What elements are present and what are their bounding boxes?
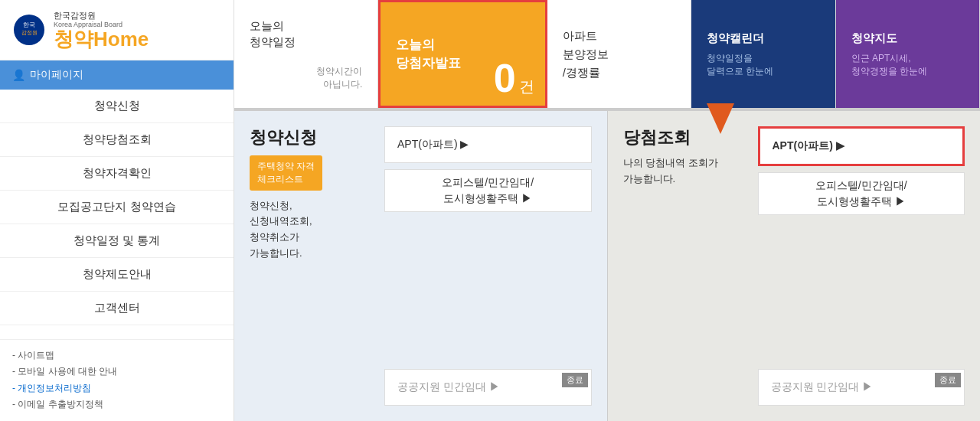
svg-text:감정원: 감정원 [21,30,38,36]
sidebar-item-subscription-check[interactable]: 청약당첨조회 [0,123,234,157]
logo-home: 청약Home [54,29,149,49]
sidebar-item-customer-center[interactable]: 고객센터 [0,292,234,325]
panel-subscription-title: 청약신청 [250,126,372,149]
sidebar-item-subscription-schedule[interactable]: 청약일정 및 통계 [0,224,234,258]
calendar-title: 청약캘린더 [707,30,764,46]
panel-winner-desc: 나의 당첨내역 조회가가능합니다. [623,155,746,188]
panel-subscription: 청약신청 주택청약 자격체크리스트 청약신청,신청내역조회,청약취소가가능합니다… [234,111,608,421]
panel-winner-check: 당첨조회 나의 당첨내역 조회가가능합니다. APT(아파트) ▶ 오피스텔/민… [608,111,981,421]
top-row: 오늘의 청약일정 청약시간이아닙니다. 오늘의당첨자발표 0 건 아파트분양정보… [234,0,980,111]
top-card-calendar[interactable]: 청약캘린더 청약일정을달력으로 한눈에 [691,0,835,108]
map-title: 청약지도 [851,30,897,46]
sidebar-footer: - 사이트맵 - 모바일 사용에 대한 안내 - 개인정보처리방침 - 이메일 … [0,339,234,421]
top-card-today-schedule[interactable]: 오늘의 청약일정 청약시간이아닙니다. [234,0,378,108]
panel-winner-menu: APT(아파트) ▶ 오피스텔/민간임대/도시형생활주택 ▶ 공공지원 민간임대… [758,126,965,406]
footer-sitemap[interactable]: - 사이트맵 [12,348,221,364]
apt-info-title: 아파트분양정보/경쟁률 [563,27,609,82]
panel-subscription-desc: 청약신청,신청내역조회,청약취소가가능합니다. [250,198,372,262]
logo-emblem-icon: 한국 감정원 [12,13,46,47]
main-content: 오늘의 청약일정 청약시간이아닙니다. 오늘의당첨자발표 0 건 아파트분양정보… [234,0,980,421]
sidebar-item-subscription-guide[interactable]: 청약제도안내 [0,258,234,292]
bottom-row: 청약신청 주택청약 자격체크리스트 청약신청,신청내역조회,청약취소가가능합니다… [234,111,980,421]
mypage-button[interactable]: 👤 마이페이지 [0,60,234,90]
panel-winner-info: 당첨조회 나의 당첨내역 조회가가능합니다. [623,126,746,406]
winner-officetel-button[interactable]: 오피스텔/민간임대/도시형생활주택 ▶ [758,172,965,215]
sidebar-nav: 청약신청 청약당첨조회 청약자격확인 모집공고단지 청약연습 청약일정 및 통계… [0,90,234,325]
panel-subscription-menu: APT(아파트) ▶ 오피스텔/민간임대/도시형생활주택 ▶ 공공지원 민간임대… [384,126,592,406]
top-row-wrapper: 오늘의 청약일정 청약시간이아닙니다. 오늘의당첨자발표 0 건 아파트분양정보… [234,0,980,111]
mypage-label: 마이페이지 [30,68,83,82]
logo-text: 한국감정원 Korea Appraisal Board 청약Home [54,11,149,49]
sidebar-item-subscription-qualify[interactable]: 청약자격확인 [0,157,234,191]
logo-korean: 한국감정원 [54,11,149,21]
svg-marker-3 [707,103,734,134]
arrow-indicator [707,103,734,137]
calendar-sub: 청약일정을달력으로 한눈에 [707,52,819,78]
subscription-public-button[interactable]: 공공지원 민간임대 ▶ 종료 [384,369,592,406]
panel-subscription-info: 청약신청 주택청약 자격체크리스트 청약신청,신청내역조회,청약취소가가능합니다… [250,126,372,406]
winner-count: 0 [494,58,516,98]
footer-mobile[interactable]: - 모바일 사용에 대한 안내 [12,364,221,380]
sidebar-item-subscription-apply[interactable]: 청약신청 [0,90,234,123]
person-icon: 👤 [12,69,25,81]
top-card-winner-announce[interactable]: 오늘의당첨자발표 0 건 [378,0,547,108]
subscription-officetel-button[interactable]: 오피스텔/민간임대/도시형생활주택 ▶ [384,169,592,212]
logo-area: 한국 감정원 한국감정원 Korea Appraisal Board 청약Hom… [0,0,234,60]
today-schedule-title: 오늘의 청약일정 [250,18,296,50]
footer-email-policy[interactable]: - 이메일 추출방지정책 [12,397,221,413]
top-card-map[interactable]: 청약지도 인근 APT시세,청약경쟁을 한눈에 [836,0,980,108]
subscription-checklist-btn[interactable]: 주택청약 자격체크리스트 [250,155,322,191]
winner-announce-title: 오늘의당첨자발표 [396,36,461,73]
svg-text:한국: 한국 [23,21,35,28]
winner-public-end-badge: 종료 [935,373,961,387]
sidebar-item-subscription-practice[interactable]: 모집공고단지 청약연습 [0,191,234,224]
top-card-apt-info[interactable]: 아파트분양정보/경쟁률 [547,0,691,108]
sidebar: 한국 감정원 한국감정원 Korea Appraisal Board 청약Hom… [0,0,234,421]
winner-public-button[interactable]: 공공지원 민간임대 ▶ 종료 [758,369,965,406]
subscription-apt-button[interactable]: APT(아파트) ▶ [384,126,592,163]
today-schedule-sub: 청약시간이아닙니다. [250,65,362,91]
public-end-badge: 종료 [562,373,588,387]
footer-privacy[interactable]: - 개인정보처리방침 [12,380,221,397]
map-sub: 인근 APT시세,청약경쟁을 한눈에 [851,52,964,78]
winner-apt-button[interactable]: APT(아파트) ▶ [758,126,965,166]
winner-count-unit: 건 [519,77,534,97]
logo-title-text: 청약Home [54,28,149,51]
